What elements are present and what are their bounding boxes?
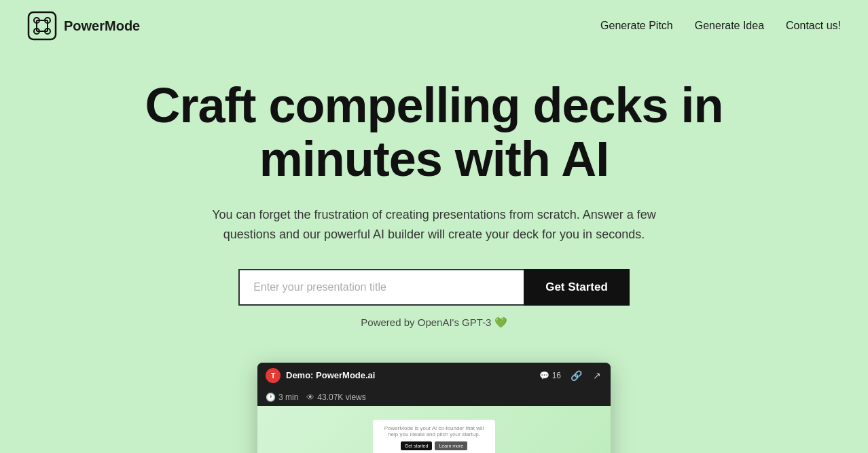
logo-icon [27, 11, 57, 41]
video-card: T Demo: PowerMode.ai 💬 16 🔗 ↗ 🕐 3 min 👁 … [257, 363, 611, 453]
eye-icon: 👁 [306, 393, 314, 402]
get-started-button[interactable]: Get Started [524, 269, 630, 306]
video-duration: 🕐 3 min [266, 393, 298, 402]
powered-by-label: Powered by OpenAI's GPT-3 💚 [54, 316, 814, 329]
svg-rect-0 [27, 11, 57, 41]
comments-count: 💬 16 [539, 371, 561, 380]
slide-cta-btn: Get started [401, 441, 433, 450]
nav-contact-us[interactable]: Contact us! [786, 20, 841, 32]
nav-generate-idea[interactable]: Generate Idea [695, 20, 764, 32]
video-views: 👁 43.07K views [306, 393, 365, 402]
navbar: PowerMode Generate Pitch Generate Idea C… [0, 0, 868, 52]
slide-preview-mini: PowerMode is your Ai co-founder that wil… [373, 420, 495, 453]
video-title-area: T Demo: PowerMode.ai [266, 368, 375, 383]
video-avatar: T [266, 368, 281, 383]
input-row: Get Started [54, 269, 814, 306]
comment-icon: 💬 [539, 371, 549, 380]
slide-cta-row: Get started Learn more [381, 441, 487, 450]
presentation-title-input[interactable] [238, 269, 524, 306]
video-meta-right: 💬 16 🔗 ↗ [539, 369, 602, 382]
external-link-button[interactable]: ↗ [592, 369, 602, 382]
video-title-text: Demo: PowerMode.ai [286, 370, 375, 380]
logo[interactable]: PowerMode [27, 11, 140, 41]
green-heart-icon: 💚 [494, 316, 507, 328]
video-thumbnail: PowerMode is your Ai co-founder that wil… [257, 406, 611, 453]
clock-icon: 🕐 [266, 393, 276, 402]
video-top-bar: T Demo: PowerMode.ai 💬 16 🔗 ↗ [257, 363, 611, 388]
hero-subtitle: You can forget the frustration of creati… [189, 205, 679, 244]
video-bottom-bar: 🕐 3 min 👁 43.07K views [257, 388, 611, 406]
logo-text: PowerMode [64, 18, 140, 34]
hero-section: Craft compelling decks in minutes with A… [0, 52, 868, 363]
nav-links: Generate Pitch Generate Idea Contact us! [600, 20, 841, 32]
slide-learn-btn: Learn more [435, 441, 467, 450]
svg-rect-1 [29, 12, 56, 39]
hero-title: Craft compelling decks in minutes with A… [54, 79, 814, 186]
video-section: T Demo: PowerMode.ai 💬 16 🔗 ↗ 🕐 3 min 👁 … [0, 363, 868, 453]
link-button[interactable]: 🔗 [569, 369, 583, 382]
slide-logo-text: PowerMode is your Ai co-founder that wil… [381, 425, 487, 437]
nav-generate-pitch[interactable]: Generate Pitch [600, 20, 673, 32]
